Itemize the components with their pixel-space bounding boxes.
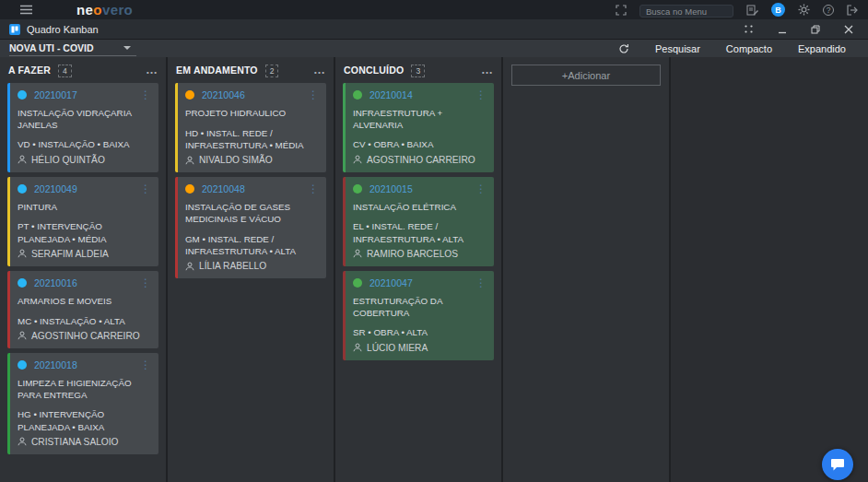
card-menu-button[interactable]: ⋮ (140, 278, 151, 288)
card-assignee: LÍLIA RABELLO (185, 261, 319, 271)
card-menu-button[interactable]: ⋮ (140, 360, 151, 370)
user-avatar[interactable]: B (771, 3, 785, 17)
add-column-panel: +Adicionar (503, 57, 669, 482)
card-id[interactable]: 20210015 (369, 183, 468, 194)
app-window: neovero B ? Qu (0, 0, 868, 482)
logout-button[interactable] (847, 5, 859, 16)
kanban-column: A FAZER 4 … 20210017 ⋮ INSTALAÇÃO VIDRAÇ… (0, 57, 166, 482)
column-menu-button[interactable]: … (146, 66, 158, 74)
card-meta: SR • OBRA • ALTA (353, 326, 487, 338)
kanban-card[interactable]: 20210017 ⋮ INSTALAÇÃO VIDRAÇARIA JANELAS… (7, 83, 158, 172)
card-meta: CV • OBRA • BAIXA (353, 138, 487, 150)
status-dot-icon (18, 184, 27, 194)
logo-text: ne (76, 2, 93, 18)
status-dot-icon (18, 90, 27, 100)
card-header: 20210014 ⋮ (353, 89, 487, 100)
tab-quadro-kanban[interactable]: Quadro Kanban (9, 24, 99, 35)
refresh-button[interactable] (605, 43, 642, 54)
person-icon (18, 249, 27, 258)
topbar: neovero B ? (0, 0, 868, 19)
minimize-button[interactable] (778, 25, 787, 34)
kanban-card[interactable]: 20210016 ⋮ ARMARIOS E MOVEIS MC • INSTAL… (7, 271, 158, 348)
card-title: INSTALAÇÃO DE GASES MEDICINAIS E VÁCUO (185, 202, 319, 225)
card-meta: HG • INTERVENÇÃO PLANEJADA • BAIXA (18, 408, 151, 432)
dock-icon (744, 24, 754, 34)
board-empty-area (671, 57, 868, 482)
status-dot-icon (353, 278, 362, 288)
kanban-card[interactable]: 20210048 ⋮ INSTALAÇÃO DE GASES MEDICINAI… (175, 177, 326, 278)
card-menu-button[interactable]: ⋮ (140, 90, 151, 100)
card-title: INSTALAÇÃO ELÉTRICA (353, 202, 487, 214)
activity-log-button[interactable] (746, 5, 758, 16)
card-title: INSTALAÇÃO VIDRAÇARIA JANELAS (18, 108, 151, 131)
kanban-card[interactable]: 20210046 ⋮ PROJETO HIDRAULICO HD • INSTA… (175, 83, 326, 172)
column-menu-button[interactable]: … (481, 66, 493, 74)
card-menu-button[interactable]: ⋮ (308, 184, 319, 194)
card-id[interactable]: 20210047 (369, 277, 468, 288)
menu-toggle-button[interactable] (20, 5, 32, 15)
column-cards: 20210017 ⋮ INSTALAÇÃO VIDRAÇARIA JANELAS… (0, 80, 166, 462)
kanban-card[interactable]: 20210018 ⋮ LIMPEZA E HIGIENIZAÇÃO PARA E… (7, 353, 158, 454)
settings-button[interactable] (798, 4, 810, 16)
refresh-icon (618, 43, 629, 54)
window-controls (744, 24, 859, 34)
status-dot-icon (18, 278, 27, 288)
card-menu-button[interactable]: ⋮ (308, 90, 319, 100)
help-button[interactable]: ? (823, 5, 834, 16)
card-id[interactable]: 20210016 (34, 277, 133, 288)
logout-icon (847, 5, 859, 16)
card-assignee: LÚCIO MIERA (353, 343, 487, 353)
close-button[interactable] (844, 25, 853, 34)
board-selector-value: NOVA UTI - COVID (9, 42, 94, 53)
toolbar-actions: Pesquisar Compacto Expandido (605, 43, 859, 54)
tabbar: Quadro Kanban (0, 19, 868, 40)
card-menu-button[interactable]: ⋮ (475, 184, 487, 194)
fullscreen-button[interactable] (616, 5, 627, 16)
dock-button[interactable] (744, 24, 754, 34)
board-selector[interactable]: NOVA UTI - COVID (9, 41, 136, 56)
logo-suffix: vero (102, 2, 133, 18)
menu-search-input[interactable] (639, 5, 733, 18)
card-id[interactable]: 20210014 (369, 89, 468, 100)
status-dot-icon (353, 184, 362, 194)
logo-accent: o (93, 2, 102, 18)
card-menu-button[interactable]: ⋮ (475, 278, 487, 288)
card-title: PINTURA (18, 202, 151, 214)
add-column-button[interactable]: +Adicionar (511, 65, 661, 86)
assignee-name: LÍLIA RABELLO (199, 261, 266, 271)
kanban-card[interactable]: 20210049 ⋮ PINTURA PT • INTERVENÇÃO PLAN… (7, 177, 158, 266)
column-count-badge: 3 (411, 65, 425, 77)
column-title: EM ANDAMENTO (176, 65, 258, 76)
column-header: CONCLUÍDO 3 … (335, 57, 501, 80)
card-menu-button[interactable]: ⋮ (140, 184, 151, 194)
card-id[interactable]: 20210046 (202, 89, 300, 100)
column-title: A FAZER (8, 65, 51, 76)
column-menu-button[interactable]: … (313, 66, 325, 74)
card-meta: PT • INTERVENÇÃO PLANEJADA • MÉDIA (18, 220, 151, 244)
card-assignee: HÉLIO QUINTÃO (18, 155, 151, 165)
search-board-button[interactable]: Pesquisar (642, 43, 713, 54)
restore-icon (811, 25, 820, 34)
expanded-view-button[interactable]: Expandido (785, 43, 859, 54)
card-menu-button[interactable]: ⋮ (475, 90, 487, 100)
card-meta: MC • INSTALAÇÃO • ALTA (18, 315, 151, 327)
card-id[interactable]: 20210048 (202, 183, 300, 194)
compact-view-button[interactable]: Compacto (713, 43, 785, 54)
chevron-down-icon (123, 46, 131, 50)
activity-log-icon (746, 5, 758, 16)
card-title: INFRAESTRUTURA + ALVENARIA (353, 108, 487, 131)
restore-button[interactable] (811, 25, 820, 34)
kanban-card[interactable]: 20210047 ⋮ ESTRUTURAÇÃO DA COBERTURA SR … (343, 271, 494, 360)
kanban-icon (9, 24, 20, 35)
card-id[interactable]: 20210017 (34, 89, 133, 100)
kanban-card[interactable]: 20210015 ⋮ INSTALAÇÃO ELÉTRICA EL • INST… (343, 177, 494, 266)
assignee-name: SERAFIM ALDEIA (31, 249, 109, 259)
person-icon (18, 437, 27, 446)
card-id[interactable]: 20210018 (34, 359, 133, 370)
assignee-name: HÉLIO QUINTÃO (31, 155, 105, 165)
board-toolbar: NOVA UTI - COVID Pesquisar Compacto Expa… (0, 40, 868, 57)
card-id[interactable]: 20210049 (34, 183, 133, 194)
chat-button[interactable] (822, 449, 853, 480)
kanban-card[interactable]: 20210014 ⋮ INFRAESTRUTURA + ALVENARIA CV… (343, 83, 494, 172)
card-header: 20210018 ⋮ (18, 359, 151, 370)
